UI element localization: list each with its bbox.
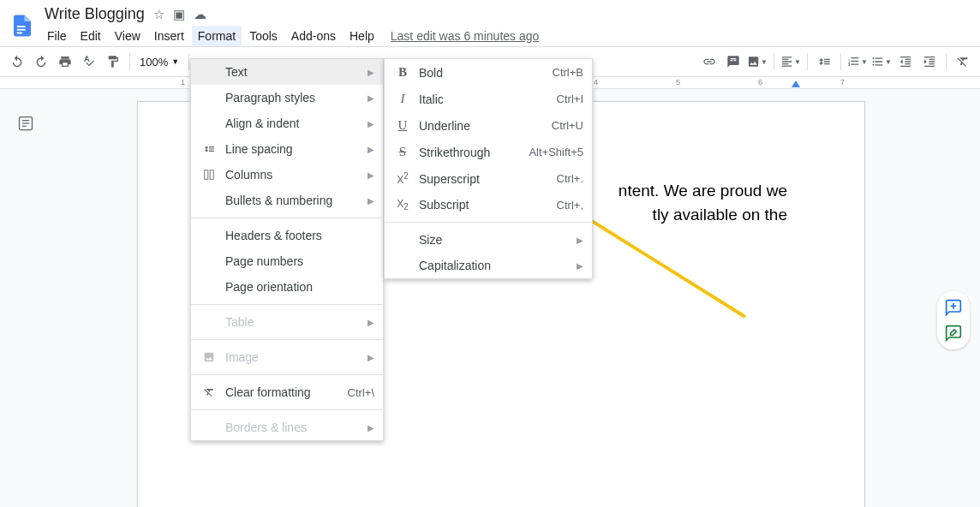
format-item-page-numbers[interactable]: Page numbers [191, 248, 383, 274]
menu-bar: File Edit View Insert Format Tools Add-o… [38, 23, 973, 46]
svg-rect-1 [17, 29, 26, 31]
format-item-page-orientation[interactable]: Page orientation [191, 274, 383, 300]
format-item-line-spacing[interactable]: Line spacing▶ [191, 136, 383, 162]
format-item-borders-lines: Borders & lines▶ [191, 415, 383, 440]
format-item-align-indent[interactable]: Align & indent▶ [191, 110, 383, 136]
body-text-line1: ntent. We are proud we [618, 182, 787, 200]
decrease-indent-button[interactable] [895, 51, 916, 72]
numbered-list-button[interactable]: ▼ [847, 51, 868, 72]
text-item-capitalization[interactable]: Capitalization▶ [385, 253, 592, 278]
text-item-subscript[interactable]: X2SubscriptCtrl+, [385, 192, 592, 218]
menu-view[interactable]: View [109, 26, 146, 46]
format-item-paragraph-styles[interactable]: Paragraph styles▶ [191, 85, 383, 110]
svg-rect-11 [210, 170, 213, 180]
text-submenu-dropdown: BBoldCtrl+BIItalicCtrl+IUUnderlineCtrl+U… [384, 58, 593, 279]
menu-format[interactable]: Format [192, 26, 242, 46]
spellcheck-button[interactable] [79, 51, 99, 72]
comment-button[interactable] [723, 51, 744, 72]
menu-help[interactable]: Help [344, 26, 380, 46]
text-item-strikethrough[interactable]: SStrikethroughAlt+Shift+5 [385, 139, 592, 165]
print-button[interactable] [55, 51, 75, 72]
svg-marker-3 [792, 81, 800, 87]
text-item-size[interactable]: Size▶ [385, 227, 592, 253]
format-item-bullets-numbering[interactable]: Bullets & numbering▶ [191, 188, 383, 213]
cloud-status-icon[interactable]: ☁ [194, 7, 206, 22]
undo-button[interactable] [7, 51, 27, 72]
menu-addons[interactable]: Add-ons [285, 26, 342, 46]
bulleted-list-button[interactable]: ▼ [871, 51, 892, 72]
format-item-columns[interactable]: Columns▶ [191, 162, 383, 188]
image-button[interactable]: ▼ [747, 51, 768, 72]
format-item-headers-footers[interactable]: Headers & footers [191, 223, 383, 248]
increase-indent-button[interactable] [919, 51, 940, 72]
align-button[interactable]: ▼ [780, 51, 801, 72]
format-item-text[interactable]: Text▶ [191, 59, 383, 85]
menu-file[interactable]: File [41, 26, 73, 46]
text-item-italic[interactable]: IItalicCtrl+I [385, 86, 592, 112]
menu-insert[interactable]: Insert [148, 26, 190, 46]
suggest-edits-side-button[interactable] [942, 322, 965, 344]
zoom-select[interactable]: 100% ▼ [136, 56, 182, 69]
move-icon[interactable]: ▣ [173, 7, 185, 22]
linespacing-button[interactable] [814, 51, 834, 72]
redo-button[interactable] [31, 51, 51, 72]
svg-rect-0 [17, 26, 26, 27]
body-text-line2: tly available on the [653, 206, 787, 224]
svg-rect-2 [17, 33, 22, 34]
text-item-bold[interactable]: BBoldCtrl+B [385, 59, 592, 86]
svg-rect-10 [205, 170, 208, 180]
text-item-superscript[interactable]: X2SuperscriptCtrl+. [385, 165, 592, 192]
menu-edit[interactable]: Edit [75, 26, 107, 46]
last-edit-link[interactable]: Last edit was 6 minutes ago [382, 26, 548, 46]
format-item-image: Image▶ [191, 344, 383, 370]
format-item-clear-formatting[interactable]: Clear formattingCtrl+\ [191, 379, 383, 405]
format-menu-dropdown: Text▶Paragraph styles▶Align & indent▶Lin… [190, 58, 384, 441]
document-title[interactable]: Write Blogging [45, 5, 145, 23]
outline-toggle-icon[interactable] [12, 110, 39, 137]
clear-formatting-button[interactable] [953, 51, 973, 72]
link-button[interactable] [699, 51, 720, 72]
docs-logo-icon[interactable] [7, 5, 38, 46]
text-item-underline[interactable]: UUnderlineCtrl+U [385, 112, 592, 139]
paint-format-button[interactable] [103, 51, 123, 72]
star-icon[interactable]: ☆ [153, 7, 164, 22]
format-item-table: Table▶ [191, 309, 383, 335]
menu-tools[interactable]: Tools [243, 26, 284, 46]
add-comment-side-button[interactable] [942, 296, 965, 319]
